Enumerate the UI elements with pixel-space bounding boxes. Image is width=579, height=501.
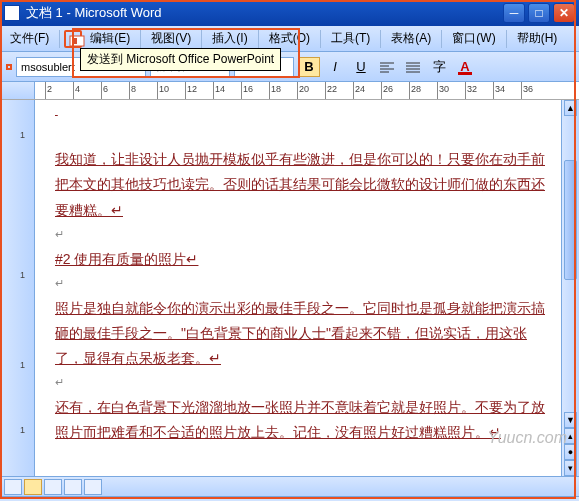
underline-button[interactable]: U — [350, 57, 372, 77]
vertical-ruler[interactable]: 1 1 1 1 — [0, 100, 35, 476]
send-to-powerpoint-icon[interactable] — [64, 30, 82, 48]
paragraph-3: 照片是独自就能令你的演示出彩的最佳手段之一。它同时也是孤身就能把演示搞砸的最佳手… — [55, 296, 549, 372]
prev-page-button[interactable]: ▴ — [564, 428, 577, 444]
outline-view-button[interactable] — [64, 479, 82, 495]
horizontal-ruler[interactable]: 24681012141618202224262830323436 — [35, 82, 579, 99]
maximize-button[interactable]: □ — [528, 3, 550, 23]
paragraph-4: 还有，在白色背景下光溜溜地放一张照片并不意味着它就是好照片。不要为了放照片而把难… — [55, 395, 549, 445]
paragraph-mark: ↵ — [55, 376, 64, 388]
word-app-icon — [4, 5, 20, 21]
menu-table[interactable]: 表格(A) — [385, 27, 437, 50]
separator — [380, 30, 381, 48]
char-spacing-button[interactable]: 字 — [428, 57, 450, 77]
scroll-down-button[interactable]: ▼ — [564, 412, 577, 428]
menu-view[interactable]: 视图(V) — [145, 27, 197, 50]
menu-insert[interactable]: 插入(I) — [206, 27, 253, 50]
italic-button[interactable]: I — [324, 57, 346, 77]
menu-window[interactable]: 窗口(W) — [446, 27, 501, 50]
separator — [201, 30, 202, 48]
window-title: 文档 1 - Microsoft Word — [26, 4, 503, 22]
scroll-up-button[interactable]: ▲ — [564, 100, 577, 116]
menu-help[interactable]: 帮助(H) — [511, 27, 564, 50]
paragraph-1: 我知道，让非设计人员抛开模板似乎有些激进，但是你可以的！只要你在动手前把本文的其… — [55, 147, 549, 223]
tooltip-highlight: 发送到 Microsoft Office PowerPoint — [6, 64, 12, 70]
separator — [258, 30, 259, 48]
menu-edit[interactable]: 编辑(E) — [84, 27, 136, 50]
browse-object-button[interactable]: ● — [564, 444, 577, 460]
minimize-button[interactable]: ─ — [503, 3, 525, 23]
menu-file[interactable]: 文件(F) — [4, 27, 55, 50]
document-page[interactable]: 我知道，让非设计人员抛开模板似乎有些激进，但是你可以的！只要你在动手前把本文的其… — [35, 100, 561, 476]
separator — [320, 30, 321, 48]
document-area: 1 1 1 1 我知道，让非设计人员抛开模板似乎有些激进，但是你可以的！只要你在… — [0, 100, 579, 476]
horizontal-ruler-area: 24681012141618202224262830323436 — [0, 82, 579, 100]
close-button[interactable]: ✕ — [553, 3, 575, 23]
vertical-scrollbar[interactable]: ▲ ▼ ▴ ● ▾ — [561, 100, 579, 476]
align-justify-button[interactable] — [402, 57, 424, 77]
align-left-button[interactable] — [376, 57, 398, 77]
formatting-toolbar: 发送到 Microsoft Office PowerPoint B I U 字 … — [0, 52, 579, 82]
paragraph-mark: ↵ — [55, 277, 64, 289]
separator — [59, 30, 60, 48]
reading-view-button[interactable] — [84, 479, 102, 495]
scroll-thumb[interactable] — [564, 160, 577, 280]
separator — [506, 30, 507, 48]
normal-view-button[interactable] — [4, 479, 22, 495]
paragraph-mark: ↵ — [55, 228, 64, 240]
next-page-button[interactable]: ▾ — [564, 460, 577, 476]
menu-format[interactable]: 格式(O) — [263, 27, 316, 50]
svg-rect-1 — [72, 38, 77, 44]
menu-tools[interactable]: 工具(T) — [325, 27, 376, 50]
titlebar: 文档 1 - Microsoft Word ─ □ ✕ — [0, 0, 579, 26]
view-bar — [0, 476, 579, 496]
tooltip: 发送到 Microsoft Office PowerPoint — [80, 48, 281, 71]
paragraph-2: #2 使用有质量的照片↵ — [55, 247, 549, 272]
print-layout-view-button[interactable] — [24, 479, 42, 495]
bold-button[interactable]: B — [298, 57, 320, 77]
web-layout-view-button[interactable] — [44, 479, 62, 495]
separator — [441, 30, 442, 48]
font-color-button[interactable]: A — [454, 57, 476, 77]
status-bar: 1 页 1 节 1/22 录制 修订 扩展 改写 — [0, 496, 579, 501]
separator — [140, 30, 141, 48]
ruler-corner — [0, 82, 35, 99]
